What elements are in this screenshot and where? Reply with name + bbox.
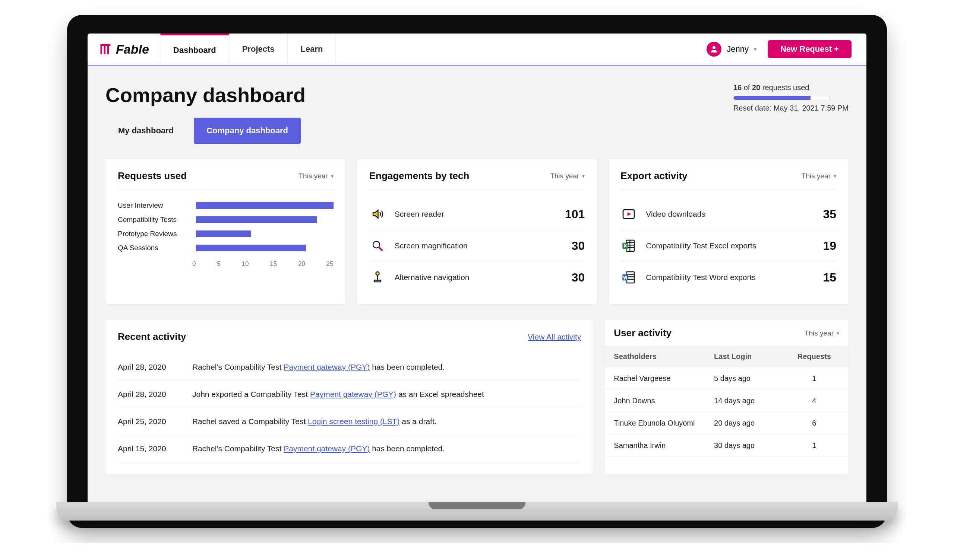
request-count: 6 bbox=[789, 419, 839, 428]
stat-row: Screen magnification30 bbox=[369, 230, 585, 262]
requests-bar-chart: User InterviewCompatibility TestsPrototy… bbox=[118, 198, 334, 255]
card-export-activity: Export activity This year ▾ Video downlo… bbox=[608, 159, 848, 305]
last-login: 14 days ago bbox=[714, 397, 789, 405]
activity-link[interactable]: Payment gateway (PGY) bbox=[284, 362, 369, 371]
excel-icon bbox=[620, 238, 637, 254]
stat-value: 101 bbox=[565, 207, 585, 221]
user-activity-table-head: Seatholders Last Login Requests bbox=[605, 345, 848, 367]
laptop-base bbox=[87, 502, 867, 528]
avatar-icon bbox=[706, 42, 722, 57]
request-count: 1 bbox=[789, 441, 839, 450]
last-login: 30 days ago bbox=[714, 441, 789, 450]
chart-category-label: Compatibility Tests bbox=[118, 216, 192, 224]
new-request-button[interactable]: New Request + bbox=[768, 40, 851, 58]
chart-row: Prototype Reviews bbox=[118, 227, 334, 241]
activity-link[interactable]: Payment gateway (PGY) bbox=[284, 444, 369, 453]
chart-bar bbox=[196, 216, 334, 223]
chart-row: User Interview bbox=[118, 198, 334, 213]
chart-row: QA Sessions bbox=[118, 241, 334, 255]
card-title: Export activity bbox=[620, 170, 687, 182]
period-selector[interactable]: This year ▾ bbox=[550, 172, 585, 180]
laptop-frame: Fable DashboardProjectsLearn Jenny ▾ New… bbox=[67, 15, 887, 528]
chevron-down-icon: ▾ bbox=[834, 173, 836, 179]
period-selector[interactable]: This year ▾ bbox=[801, 172, 836, 180]
stat-label: Alternative navigation bbox=[394, 273, 469, 282]
card-title: User activity bbox=[614, 327, 672, 339]
nav-tab-learn[interactable]: Learn bbox=[288, 34, 336, 65]
table-row: Rachel Vargeese5 days ago1 bbox=[605, 367, 848, 390]
joystick-icon bbox=[369, 269, 386, 286]
logo-icon bbox=[99, 42, 112, 56]
period-selector[interactable]: This year ▾ bbox=[804, 329, 839, 338]
page-title: Company dashboard bbox=[106, 83, 306, 106]
chevron-down-icon: ▾ bbox=[754, 46, 756, 52]
axis-tick: 10 bbox=[242, 260, 249, 268]
dashboard-subtabs: My dashboardCompany dashboard bbox=[87, 118, 867, 144]
axis-tick: 15 bbox=[270, 260, 277, 268]
period-selector[interactable]: This year ▾ bbox=[299, 172, 334, 180]
stat-row: Compatibility Test Word exports15 bbox=[620, 262, 836, 293]
card-title: Recent activity bbox=[118, 331, 186, 342]
card-user-activity: User activity This year ▾ Seatholders La… bbox=[605, 319, 848, 474]
activity-date: April 15, 2020 bbox=[118, 444, 192, 453]
usage-text: 16 of 20 requests used bbox=[733, 83, 848, 92]
stat-value: 30 bbox=[572, 271, 585, 285]
table-row: John Downs14 days ago4 bbox=[605, 390, 848, 412]
stat-label: Screen reader bbox=[394, 210, 444, 219]
seatholder-name: John Downs bbox=[614, 397, 714, 405]
usage-reset: Reset date: May 31, 2021 7:59 PM bbox=[733, 104, 848, 112]
chart-bar bbox=[196, 230, 334, 237]
stat-label: Screen magnification bbox=[394, 241, 468, 250]
top-bar: Fable DashboardProjectsLearn Jenny ▾ New… bbox=[87, 34, 867, 65]
chevron-down-icon: ▾ bbox=[837, 330, 839, 336]
activity-link[interactable]: Login screen testing (LST) bbox=[308, 417, 399, 426]
stat-row: Alternative navigation30 bbox=[369, 262, 585, 293]
card-engagements: Engagements by tech This year ▾ Screen r… bbox=[357, 159, 597, 305]
magnifier-icon bbox=[369, 238, 386, 254]
screen: Fable DashboardProjectsLearn Jenny ▾ New… bbox=[87, 34, 867, 502]
chart-bar bbox=[196, 202, 334, 209]
card-requests-used: Requests used This year ▾ User Interview… bbox=[106, 159, 346, 305]
chart-bar bbox=[196, 245, 334, 251]
main-nav: DashboardProjectsLearn bbox=[160, 34, 336, 65]
chart-axis: 0510152025 bbox=[118, 260, 334, 268]
axis-tick: 25 bbox=[326, 260, 334, 268]
activity-item: April 28, 2020Rachel's Compability Test … bbox=[118, 354, 581, 381]
axis-tick: 20 bbox=[298, 260, 305, 268]
chart-category-label: User Interview bbox=[118, 201, 192, 210]
chevron-down-icon: ▾ bbox=[582, 173, 585, 179]
nav-tab-dashboard[interactable]: Dashboard bbox=[160, 34, 229, 65]
stat-label: Compatibility Test Excel exports bbox=[646, 241, 756, 250]
activity-message: Rachel's Compability Test Payment gatewa… bbox=[192, 444, 581, 453]
svg-point-1 bbox=[373, 241, 380, 248]
activity-link[interactable]: Payment gateway (PGY) bbox=[310, 390, 396, 398]
activity-item: April 15, 2020Rachel's Compability Test … bbox=[118, 435, 581, 462]
last-login: 5 days ago bbox=[714, 374, 789, 383]
card-title: Requests used bbox=[118, 170, 187, 182]
activity-date: April 28, 2020 bbox=[118, 362, 192, 372]
view-all-activity-link[interactable]: View All activity bbox=[528, 333, 581, 341]
axis-tick: 0 bbox=[192, 260, 196, 268]
stats-grid: Requests used This year ▾ User Interview… bbox=[87, 144, 867, 319]
stat-row: Compatibility Test Excel exports19 bbox=[620, 230, 836, 262]
axis-tick: 5 bbox=[217, 260, 220, 268]
usage-progress-bar bbox=[733, 96, 830, 100]
nav-tab-projects[interactable]: Projects bbox=[229, 34, 288, 65]
brand-logo[interactable]: Fable bbox=[95, 34, 160, 65]
activity-item: April 25, 2020Rachel saved a Compability… bbox=[118, 408, 581, 435]
video-icon bbox=[620, 206, 637, 222]
table-row: Tinuke Ebunola Oluyomi20 days ago6 bbox=[605, 412, 848, 434]
subtab-company-dashboard[interactable]: Company dashboard bbox=[194, 118, 301, 144]
svg-point-2 bbox=[376, 272, 379, 275]
stat-value: 30 bbox=[572, 239, 585, 253]
seatholder-name: Tinuke Ebunola Oluyomi bbox=[614, 419, 714, 428]
activity-message: Rachel saved a Compability Test Login sc… bbox=[192, 417, 581, 426]
activity-item: April 28, 2020John exported a Compabilit… bbox=[118, 381, 581, 408]
request-count: 1 bbox=[789, 374, 839, 383]
subtab-my-dashboard[interactable]: My dashboard bbox=[106, 118, 186, 144]
stat-label: Compatibility Test Word exports bbox=[646, 273, 756, 282]
chart-category-label: Prototype Reviews bbox=[118, 230, 192, 238]
header-row: Company dashboard 16 of 20 requests used… bbox=[87, 65, 867, 118]
user-menu[interactable]: Jenny ▾ bbox=[695, 34, 768, 65]
stat-row: Video downloads35 bbox=[620, 198, 836, 230]
